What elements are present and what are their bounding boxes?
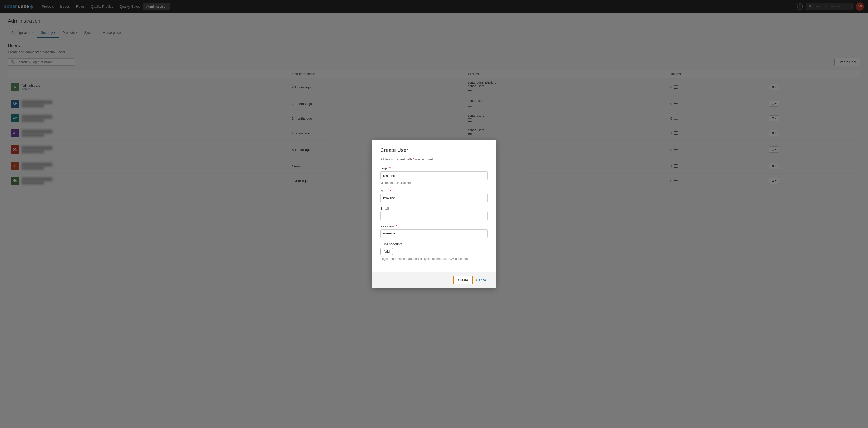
login-field-group: Login * Minimum 3 characters — [380, 166, 488, 185]
modal-overlay[interactable]: Create User All fields marked with * are… — [0, 0, 868, 193]
name-label: Name * — [380, 189, 488, 193]
login-hint: Minimum 3 characters — [380, 181, 488, 185]
modal-body: Create User All fields marked with * are… — [372, 140, 496, 193]
name-field-group: Name * — [380, 189, 488, 193]
required-note: All fields marked with * are required — [380, 157, 488, 161]
required-star: * — [413, 157, 414, 161]
modal-title: Create User — [380, 147, 488, 153]
create-user-modal: Create User All fields marked with * are… — [372, 140, 496, 193]
login-label: Login * — [380, 166, 488, 170]
login-input[interactable] — [380, 171, 488, 180]
